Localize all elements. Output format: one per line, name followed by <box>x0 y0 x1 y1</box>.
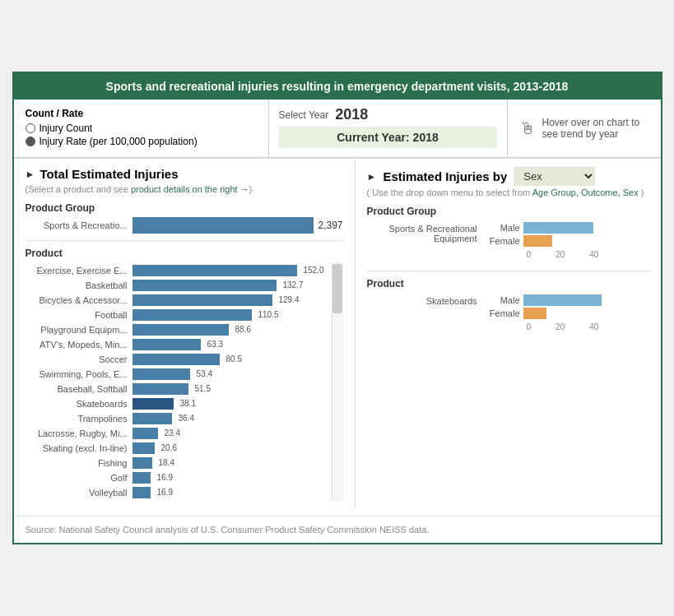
bar-wrap: 16.9 <box>132 471 332 484</box>
product-group-value: 2,397 <box>314 220 343 231</box>
injury-count-label: Injury Count <box>40 123 93 134</box>
product-bar-row[interactable]: Trampolines36.4 <box>26 412 332 425</box>
female-bar-prod <box>523 308 546 319</box>
product-bars-container: Exercise, Exercise E...152.0Basketball13… <box>26 262 343 501</box>
product-bar <box>132 309 252 321</box>
product-group-label-left: Product Group <box>26 202 343 214</box>
product-bar-row[interactable]: Football110.5 <box>26 308 332 322</box>
product-bar-row[interactable]: Lacrosse, Rugby, Mi...23.4 <box>26 427 332 440</box>
product-bar-row[interactable]: Swimming, Pools, E...53.4 <box>26 368 332 381</box>
product-group-bar[interactable] <box>132 217 314 234</box>
female-label-pg: Female <box>482 236 523 246</box>
product-bar-row[interactable]: Exercise, Exercise E...152.0 <box>26 264 332 277</box>
product-name: Skateboards <box>26 399 132 409</box>
product-name: Baseball, Softball <box>26 384 132 394</box>
product-name: Golf <box>26 473 132 483</box>
product-bar <box>132 265 297 276</box>
product-bar <box>132 354 220 365</box>
chart-title: Sports and recreational injuries resulti… <box>14 73 661 100</box>
product-name: Soccer <box>26 354 132 364</box>
right-panel: ► Estimated Injuries by Sex Age Group Ou… <box>356 159 661 509</box>
product-bar-row[interactable]: Baseball, Softball51.5 <box>26 382 332 396</box>
product-name: ATV's, Mopeds, Min... <box>26 340 132 350</box>
bar-wrap: 80.5 <box>132 353 332 366</box>
estimated-injuries-title: Estimated Injuries by <box>383 169 507 183</box>
bar-wrap: 23.4 <box>132 427 332 440</box>
right-product-name: Skateboards <box>367 293 482 306</box>
bar-wrap: 132.7 <box>132 279 332 292</box>
product-bar-row[interactable]: Soccer80.5 <box>26 353 332 366</box>
product-label-left: Product <box>26 248 343 259</box>
product-bar <box>132 383 188 395</box>
product-bar <box>132 487 151 498</box>
bar-wrap: 36.4 <box>132 412 332 425</box>
product-bar <box>132 428 158 439</box>
male-label-prod: Male <box>482 295 523 305</box>
right-pg-name: Sports & Recreational Equipment <box>367 220 482 243</box>
male-bar-prod <box>523 294 602 306</box>
right-product-section: Skateboards Male Female 0 20 <box>367 293 649 331</box>
bar-wrap: 18.4 <box>132 456 332 470</box>
scrollbar[interactable] <box>332 262 343 501</box>
hover-tip-text: Hover over on chart to see trend by year <box>542 117 649 140</box>
product-name: Lacrosse, Rugby, Mi... <box>26 428 132 438</box>
product-name: Exercise, Exercise E... <box>26 266 132 276</box>
product-bar-row[interactable]: Skating (excl. In-line)20.6 <box>26 442 332 455</box>
product-bar-value: 18.4 <box>156 457 174 469</box>
product-bar <box>132 472 151 484</box>
product-bar <box>132 294 272 306</box>
product-bar <box>132 398 174 410</box>
product-bar-row[interactable]: Basketball132.7 <box>26 279 332 292</box>
male-bar-pg <box>523 222 593 234</box>
product-name: Skating (excl. In-line) <box>26 443 132 453</box>
left-sub-note: (Select a product and see product detail… <box>26 184 343 194</box>
bar-wrap: 129.4 <box>132 294 332 307</box>
product-bar-value: 110.5 <box>255 309 279 321</box>
male-label-pg: Male <box>482 223 523 233</box>
product-bar-row[interactable]: Playground Equipm...88.6 <box>26 323 332 336</box>
bar-wrap: 16.9 <box>132 486 332 499</box>
product-bar-value: 53.4 <box>193 368 212 380</box>
product-bar <box>132 339 201 350</box>
product-bar-row[interactable]: Volleyball16.9 <box>26 486 332 499</box>
count-rate-panel: Count / Rate Injury Count Injury Rate (p… <box>14 100 269 157</box>
product-bar-value: 88.6 <box>232 324 251 336</box>
product-bar-row[interactable]: Bicycles & Accessor...129.4 <box>26 294 332 307</box>
bar-wrap: 53.4 <box>132 368 332 381</box>
product-group-bar-row: Sports & Recreatio... 2,397 <box>26 217 343 234</box>
axis-tick-20-pg: 20 <box>555 250 565 259</box>
product-name: Playground Equipm... <box>26 325 132 335</box>
product-bar-value: 36.4 <box>175 413 194 424</box>
product-group-label-right: Product Group <box>367 206 649 217</box>
source-bar: Source: National Safety Council analysis… <box>14 516 661 543</box>
product-name: Fishing <box>26 458 132 468</box>
product-name: Swimming, Pools, E... <box>26 369 132 379</box>
product-bar-value: 20.6 <box>158 442 177 454</box>
injury-count-option[interactable]: Injury Count <box>26 123 257 134</box>
injury-count-radio[interactable] <box>26 123 35 133</box>
bar-wrap: 110.5 <box>132 308 332 322</box>
product-bar-row[interactable]: Golf16.9 <box>26 471 332 484</box>
injury-rate-radio[interactable] <box>26 137 35 146</box>
product-name: Football <box>26 310 132 320</box>
product-bars-list: Exercise, Exercise E...152.0Basketball13… <box>26 262 332 501</box>
bar-wrap: 152.0 <box>132 264 332 277</box>
year-value[interactable]: 2018 <box>335 106 368 123</box>
product-bar-value: 23.4 <box>161 428 180 439</box>
product-bar <box>132 280 277 291</box>
product-bar-row[interactable]: ATV's, Mopeds, Min...63.3 <box>26 338 332 351</box>
sex-dropdown[interactable]: Sex Age Group Outcome <box>514 167 595 186</box>
product-bar-value: 80.5 <box>223 354 242 365</box>
injury-rate-label: Injury Rate (per 100,000 population) <box>40 136 198 147</box>
product-bar <box>132 368 190 380</box>
product-bar <box>132 457 152 469</box>
product-bar-value: 38.1 <box>177 398 196 410</box>
product-group-name[interactable]: Sports & Recreatio... <box>26 220 132 230</box>
injury-rate-option[interactable]: Injury Rate (per 100,000 population) <box>26 136 257 147</box>
axis-tick-0-prod: 0 <box>527 322 532 331</box>
source-text: Source: National Safety Council analysis… <box>26 525 430 535</box>
product-bar-row[interactable]: Fishing18.4 <box>26 456 332 470</box>
right-sub-note: ( Use the drop down menu to select from … <box>367 188 649 197</box>
scrollbar-thumb[interactable] <box>332 264 342 313</box>
product-bar-row[interactable]: Skateboards38.1 <box>26 397 332 410</box>
